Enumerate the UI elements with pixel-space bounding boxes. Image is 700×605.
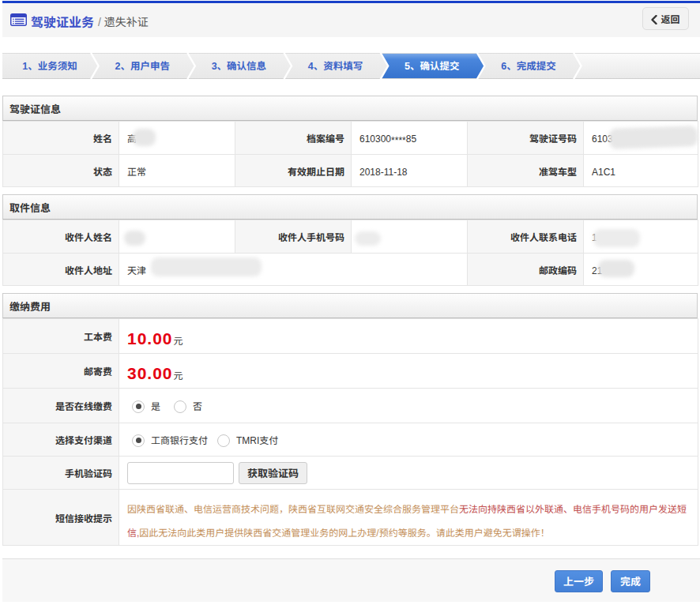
svg-text:5、确认提交: 5、确认提交 xyxy=(405,58,459,73)
svg-text:4、资料填写: 4、资料填写 xyxy=(308,58,363,73)
svg-text:1、业务须知: 1、业务须知 xyxy=(22,58,77,73)
svg-text:3、确认信息: 3、确认信息 xyxy=(212,58,266,73)
svg-text:6、完成提交: 6、完成提交 xyxy=(501,58,555,73)
svg-text:2、用户申告: 2、用户申告 xyxy=(115,58,169,73)
